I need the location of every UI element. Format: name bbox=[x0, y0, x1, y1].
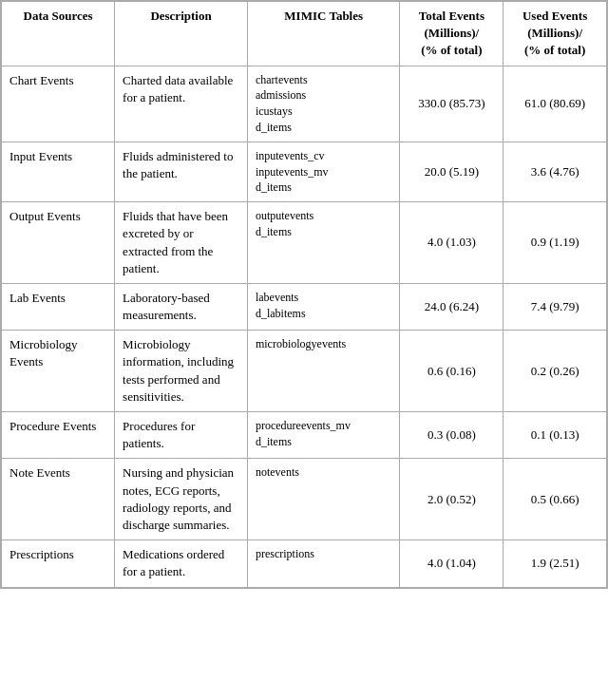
cell-description: Fluids that have been excreted by or ext… bbox=[115, 202, 248, 284]
table-row: Microbiology EventsMicrobiology informat… bbox=[2, 331, 607, 412]
cell-mimic-tables: microbiologyevents bbox=[247, 331, 400, 412]
cell-total-events: 0.6 (0.16) bbox=[400, 331, 504, 412]
table-row: Output EventsFluids that have been excre… bbox=[2, 202, 607, 284]
cell-total-events: 330.0 (85.73) bbox=[400, 66, 504, 142]
cell-mimic-tables: charteventsadmissionsicustaysd_items bbox=[247, 66, 400, 142]
cell-total-events: 4.0 (1.04) bbox=[400, 540, 504, 587]
cell-used-events: 0.2 (0.26) bbox=[504, 331, 607, 412]
cell-used-events: 3.6 (4.76) bbox=[504, 142, 607, 201]
cell-total-events: 24.0 (6.24) bbox=[400, 283, 504, 330]
table-header-row: Data Sources Description MIMIC Tables To… bbox=[2, 2, 607, 66]
mimic-table: Data Sources Description MIMIC Tables To… bbox=[1, 1, 607, 588]
table-row: Chart EventsCharted data available for a… bbox=[2, 66, 607, 142]
cell-mimic-tables: notevents bbox=[247, 459, 400, 540]
cell-description: Medications ordered for a patient. bbox=[115, 540, 248, 587]
cell-source: Input Events bbox=[2, 142, 115, 201]
cell-description: Nursing and physician notes, ECG reports… bbox=[115, 459, 248, 540]
cell-description: Charted data available for a patient. bbox=[115, 66, 248, 142]
cell-mimic-tables: outputeventsd_items bbox=[247, 202, 400, 284]
header-data-sources: Data Sources bbox=[2, 2, 115, 66]
cell-source: Procedure Events bbox=[2, 412, 115, 459]
header-description: Description bbox=[115, 2, 248, 66]
table-row: Note EventsNursing and physician notes, … bbox=[2, 459, 607, 540]
table-row: Input EventsFluids administered to the p… bbox=[2, 142, 607, 201]
cell-mimic-tables: prescriptions bbox=[247, 540, 400, 587]
cell-source: Prescriptions bbox=[2, 540, 115, 587]
cell-mimic-tables: procedureevents_mvd_items bbox=[247, 412, 400, 459]
main-table-wrapper: Data Sources Description MIMIC Tables To… bbox=[0, 0, 608, 589]
cell-description: Laboratory-based measurements. bbox=[115, 283, 248, 330]
cell-used-events: 0.9 (1.19) bbox=[504, 202, 607, 284]
cell-description: Procedures for patients. bbox=[115, 412, 248, 459]
header-mimic-tables: MIMIC Tables bbox=[247, 2, 400, 66]
cell-used-events: 1.9 (2.51) bbox=[504, 540, 607, 587]
cell-total-events: 4.0 (1.03) bbox=[400, 202, 504, 284]
cell-used-events: 61.0 (80.69) bbox=[504, 66, 607, 142]
cell-total-events: 2.0 (0.52) bbox=[400, 459, 504, 540]
cell-used-events: 7.4 (9.79) bbox=[504, 283, 607, 330]
cell-source: Chart Events bbox=[2, 66, 115, 142]
table-row: Lab EventsLaboratory-based measurements.… bbox=[2, 283, 607, 330]
cell-used-events: 0.1 (0.13) bbox=[504, 412, 607, 459]
cell-description: Fluids administered to the patient. bbox=[115, 142, 248, 201]
header-used-events: Used Events(Millions)/(% of total) bbox=[504, 2, 607, 66]
table-row: PrescriptionsMedications ordered for a p… bbox=[2, 540, 607, 587]
cell-source: Output Events bbox=[2, 202, 115, 284]
header-total-events: Total Events(Millions)/(% of total) bbox=[400, 2, 504, 66]
cell-mimic-tables: inputevents_cvinputevents_mvd_items bbox=[247, 142, 400, 201]
cell-description: Microbiology information, including test… bbox=[115, 331, 248, 412]
cell-source: Note Events bbox=[2, 459, 115, 540]
table-row: Procedure EventsProcedures for patients.… bbox=[2, 412, 607, 459]
cell-total-events: 20.0 (5.19) bbox=[400, 142, 504, 201]
cell-used-events: 0.5 (0.66) bbox=[504, 459, 607, 540]
cell-mimic-tables: labeventsd_labitems bbox=[247, 283, 400, 330]
cell-source: Lab Events bbox=[2, 283, 115, 330]
cell-source: Microbiology Events bbox=[2, 331, 115, 412]
cell-total-events: 0.3 (0.08) bbox=[400, 412, 504, 459]
